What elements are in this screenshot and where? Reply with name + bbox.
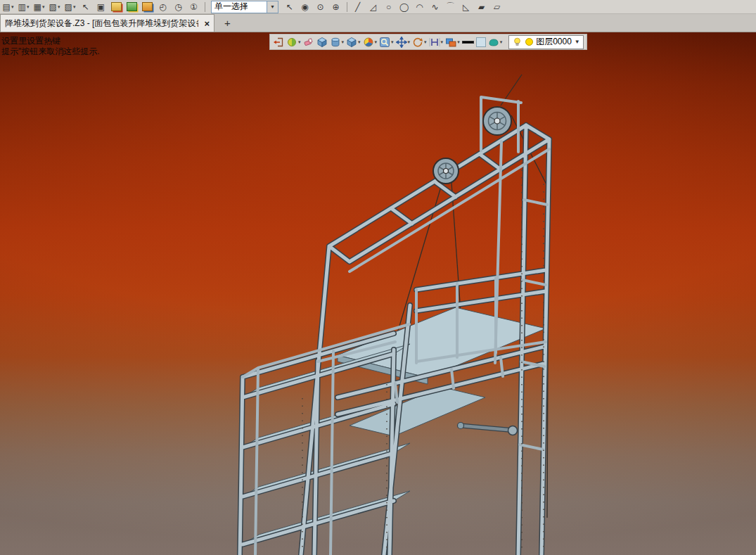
chevron-down-icon[interactable]: ▾ <box>342 39 345 45</box>
layers-icon <box>445 37 456 48</box>
chevron-down-icon[interactable]: ▼ <box>267 1 278 13</box>
layer-color-icon <box>525 38 533 46</box>
snap-point-icon[interactable]: ⊕▾ <box>328 1 343 13</box>
chevron-down-icon[interactable]: ▾ <box>375 39 378 45</box>
multi-view-button[interactable]: ▾ <box>445 35 460 49</box>
section-h-icon <box>429 37 440 48</box>
display-mode-button[interactable]: ▾ <box>346 35 361 49</box>
selection-filter-icon[interactable]: ▤▾ <box>1 1 15 13</box>
eraser-icon <box>303 37 314 48</box>
selection-mode-value: 单一选择 <box>212 1 267 13</box>
pick-arrow-icon[interactable]: ↖▾ <box>282 1 297 13</box>
cad-window: ▤▾ ▥▾ ▦▾ ▧▾ ▨▾ ↖▾ ▣▾ <box>0 0 756 555</box>
model-pulley-lower <box>433 158 459 184</box>
face-filter-icon[interactable]: ▦▾ <box>32 1 46 13</box>
model-crank-handle <box>458 423 518 435</box>
pan-button[interactable]: ▾ <box>396 35 411 49</box>
save-file-icon[interactable]: ▾ <box>124 1 139 13</box>
document-tab[interactable]: 降堆垛到货架设备.Z3 - [面包包装升降堆垛到货架设备] × <box>0 14 214 32</box>
toolbar-divider[interactable]: ▾ <box>202 1 207 13</box>
exit-icon <box>273 37 284 48</box>
circle-tool-icon[interactable]: ○▾ <box>381 1 396 13</box>
background-blob-icon <box>488 37 499 48</box>
color-palette-button[interactable]: ▾ <box>363 35 378 49</box>
top-toolbar: ▤▾ ▥▾ ▦▾ ▧▾ ▨▾ ↖▾ ▣▾ <box>0 0 756 14</box>
edge-color-button[interactable] <box>462 35 474 49</box>
redo-history-icon[interactable]: ◷▾ <box>171 1 186 13</box>
layer-selector[interactable]: 图层0000 ▼ <box>508 35 584 49</box>
color-wheel-icon <box>363 37 374 48</box>
face-color-button[interactable] <box>476 35 486 49</box>
magnifier-icon <box>379 37 390 48</box>
solid-cube-icon <box>316 37 328 48</box>
pan-move-icon <box>396 37 407 48</box>
chevron-down-icon[interactable]: ▾ <box>358 39 361 45</box>
preview-play-icon[interactable]: ◉▾ <box>297 1 312 13</box>
chevron-down-icon[interactable]: ▾ <box>424 39 427 45</box>
arc-tool-icon[interactable]: ◠▾ <box>412 1 427 13</box>
rotate-icon <box>412 37 423 48</box>
tools-icon[interactable]: ▱▾ <box>489 1 504 13</box>
solid-display-button[interactable] <box>316 35 328 49</box>
pick-mode-icon[interactable]: ▨▾ <box>63 1 77 13</box>
spline-tool-icon[interactable]: ∿▾ <box>428 1 442 13</box>
shade-mode-icon <box>286 37 297 48</box>
edge-filter-icon[interactable]: ▧▾ <box>47 1 62 13</box>
undo-history-icon[interactable]: ◴▾ <box>155 1 170 13</box>
erase-highlight-button[interactable] <box>303 35 314 49</box>
document-tab-title: 降堆垛到货架设备.Z3 - [面包包装升降堆垛到货架设备] <box>5 18 198 30</box>
selection-mode-combobox[interactable]: 单一选择 ▼ <box>211 1 278 13</box>
first-view-icon[interactable]: ①▾ <box>186 1 201 13</box>
toolbar-divider[interactable]: ▾ <box>344 1 350 13</box>
chevron-down-icon[interactable]: ▾ <box>408 39 411 45</box>
shade-mode-button[interactable]: ▾ <box>286 35 301 49</box>
select-cursor-icon[interactable]: ↖▾ <box>78 1 93 13</box>
display-cube-icon <box>346 37 357 48</box>
view-toolbar: ▾ ▾ <box>269 34 587 50</box>
recent-file-icon[interactable]: ▾ <box>140 1 155 13</box>
chamfer-tool-icon[interactable]: ◺▾ <box>459 1 473 13</box>
rotate-view-button[interactable]: ▾ <box>412 35 427 49</box>
curve-tool-icon[interactable]: ⌒▾ <box>443 1 458 13</box>
entity-filter-icon[interactable]: ▥▾ <box>16 1 31 13</box>
section-view-button[interactable]: ▾ <box>429 35 444 49</box>
face-color-swatch <box>476 37 486 47</box>
preview-run-icon[interactable]: ⊙▾ <box>313 1 328 13</box>
chevron-down-icon[interactable]: ▾ <box>391 39 394 45</box>
brush-tool-icon[interactable]: ▰▾ <box>474 1 489 13</box>
model-canvas <box>0 32 756 555</box>
chevron-down-icon[interactable]: ▾ <box>500 39 503 45</box>
ellipse-tool-icon[interactable]: ◯▾ <box>397 1 411 13</box>
open-file-icon[interactable]: ▾ <box>109 1 124 13</box>
viewport-3d[interactable]: 设置里设置热键 提示"按钮来取消这些提示. <box>0 32 756 555</box>
background-color-button[interactable]: ▾ <box>488 35 503 49</box>
line-tool-icon[interactable]: ╱▾ <box>350 1 365 13</box>
line-color-swatch <box>462 41 474 44</box>
zoom-button[interactable]: ▾ <box>379 35 394 49</box>
model-pulley-top <box>483 107 511 135</box>
new-tab-button[interactable]: + <box>224 17 231 29</box>
cylinder-icon <box>330 37 341 48</box>
exit-view-button[interactable] <box>273 35 284 49</box>
chevron-down-icon[interactable]: ▾ <box>441 39 444 45</box>
chevron-down-icon[interactable]: ▾ <box>457 39 460 45</box>
notebook-icon[interactable]: ▣▾ <box>94 1 108 13</box>
chevron-down-icon[interactable]: ▾ <box>298 39 301 45</box>
chevron-down-icon[interactable]: ▼ <box>575 39 580 45</box>
lightbulb-icon <box>512 37 523 47</box>
layer-name: 图层0000 <box>536 36 572 48</box>
tab-bar: 降堆垛到货架设备.Z3 - [面包包装升降堆垛到货架设备] × + <box>0 14 756 32</box>
wireframe-display-button[interactable]: ▾ <box>330 35 345 49</box>
polyline-tool-icon[interactable]: ◿▾ <box>366 1 380 13</box>
tab-close-icon[interactable]: × <box>204 18 210 29</box>
